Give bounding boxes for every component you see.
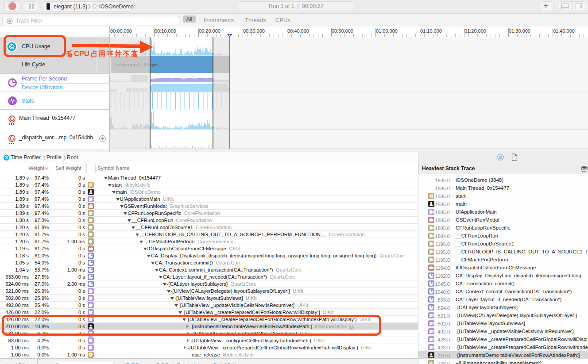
svg-text:00:30.000: 00:30.000 bbox=[243, 28, 265, 34]
svg-text:00:20.000: 00:20.000 bbox=[199, 28, 220, 34]
svg-text:01:10.000: 01:10.000 bbox=[420, 28, 442, 34]
svg-text:00:00.000: 00:00.000 bbox=[110, 28, 132, 34]
svg-text:00:50.000: 00:50.000 bbox=[332, 28, 353, 34]
svg-text:00:10.000: 00:10.000 bbox=[155, 28, 176, 34]
svg-text:CPU: CPU bbox=[74, 50, 89, 57]
svg-text:01:40.000: 01:40.000 bbox=[553, 28, 575, 34]
svg-text:01:00.000: 01:00.000 bbox=[376, 28, 398, 34]
svg-text:E: E bbox=[499, 155, 502, 160]
svg-text:01:20.000: 01:20.000 bbox=[464, 28, 486, 34]
svg-text:01:30.000: 01:30.000 bbox=[509, 28, 530, 34]
svg-text:00:40.000: 00:40.000 bbox=[287, 28, 309, 34]
